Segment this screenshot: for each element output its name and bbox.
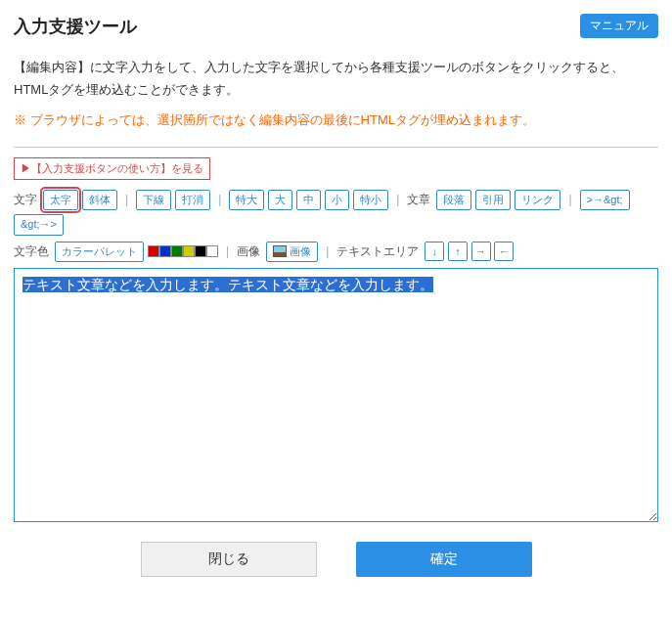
manual-button[interactable]: マニュアル [580, 14, 658, 38]
label-moji: 文字 [14, 192, 37, 208]
confirm-button[interactable]: 確定 [356, 542, 532, 577]
label-color: 文字色 [14, 243, 49, 260]
separator: | [125, 193, 128, 206]
italic-button[interactable]: 斜体 [82, 190, 117, 210]
color-swatches [148, 245, 218, 257]
description-text: 【編集内容】に文字入力をして、入力した文字を選択してから各種支援ツールのボタンを… [14, 56, 658, 102]
separator: | [218, 193, 221, 206]
textarea-arrow-button[interactable]: ↓ [425, 242, 444, 261]
color-swatch[interactable] [183, 245, 195, 257]
toolbar-row-2: 文字色 カラーパレット | 画像 画像 | テキストエリア ↓ ↑ → ← [14, 242, 658, 262]
gt-decode-button[interactable]: &gt;→> [14, 214, 64, 235]
separator: | [568, 193, 571, 206]
paragraph-button[interactable]: 段落 [436, 190, 471, 210]
warning-text: ※ ブラウザによっては、選択箇所ではなく編集内容の最後にHTMLタグが埋め込まれ… [14, 111, 658, 129]
color-swatch[interactable] [171, 245, 183, 257]
page-title: 入力支援ツール [14, 15, 137, 38]
link-button[interactable]: リンク [515, 190, 560, 210]
toolbar-row-1: 文字 太字 斜体 | 下線 打消 | 特大 大 中 小 特小 | 文章 段落 引… [14, 190, 658, 236]
selected-text: テキスト文章などを入力します。テキスト文章などを入力します。 [22, 277, 433, 292]
divider [14, 147, 658, 148]
strike-button[interactable]: 打消 [175, 190, 210, 210]
small-button[interactable]: 小 [325, 190, 349, 210]
close-button[interactable]: 閉じる [141, 542, 317, 577]
xsmall-button[interactable]: 特小 [353, 190, 388, 210]
footer-buttons: 閉じる 確定 [14, 542, 658, 577]
textarea-arrow-button[interactable]: → [471, 242, 491, 261]
image-button-label: 画像 [290, 244, 311, 259]
separator: | [326, 244, 329, 258]
image-button[interactable]: 画像 [266, 242, 318, 262]
label-bunsho: 文章 [407, 192, 430, 208]
underline-button[interactable]: 下線 [136, 190, 171, 210]
color-swatch[interactable] [148, 245, 159, 257]
color-swatch[interactable] [206, 245, 218, 257]
textarea-arrow-button[interactable]: ← [494, 242, 514, 261]
image-icon [273, 245, 287, 257]
medium-button[interactable]: 中 [296, 190, 321, 210]
bold-button[interactable]: 太字 [43, 190, 78, 210]
color-swatch[interactable] [195, 245, 206, 257]
quote-button[interactable]: 引用 [475, 190, 511, 210]
label-image: 画像 [237, 243, 260, 260]
separator: | [226, 244, 229, 258]
color-swatch[interactable] [159, 245, 171, 257]
help-link[interactable]: ▶【入力支援ボタンの使い方】を見る [14, 157, 210, 180]
gt-encode-button[interactable]: >→&gt; [580, 190, 630, 210]
label-textarea: テキストエリア [336, 243, 419, 260]
xlarge-button[interactable]: 特大 [229, 190, 264, 210]
editor-textarea[interactable]: テキスト文章などを入力します。テキスト文章などを入力します。 [14, 268, 658, 522]
textarea-arrow-button[interactable]: ↑ [448, 242, 468, 261]
large-button[interactable]: 大 [268, 190, 292, 210]
separator: | [396, 193, 399, 206]
color-palette-button[interactable]: カラーパレット [55, 242, 144, 262]
